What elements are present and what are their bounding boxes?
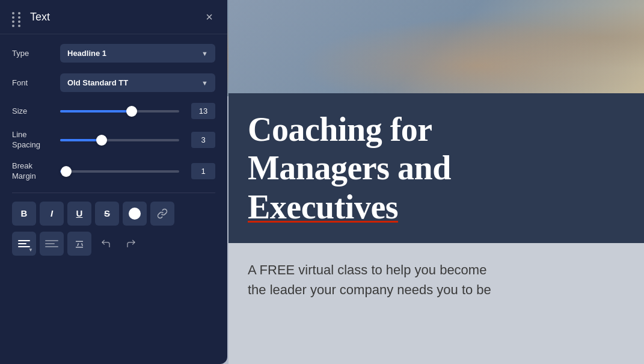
break-margin-label: BreakMargin	[12, 161, 54, 182]
type-value: Headline 1	[67, 49, 106, 58]
italic-button[interactable]: I	[40, 202, 64, 226]
line-spacing-slider-container	[60, 139, 179, 141]
bold-button[interactable]: B	[12, 202, 36, 226]
clear-format-button[interactable]	[67, 232, 91, 256]
redo-icon	[126, 238, 136, 249]
svg-line-3	[82, 243, 83, 246]
headline-underline: Executives	[248, 188, 398, 226]
break-margin-thumb[interactable]	[61, 166, 72, 177]
size-row: Size 13	[12, 103, 215, 119]
panel-body: Type Headline 1 ▼ Font Old Standard TT ▼…	[0, 34, 227, 265]
size-value-input[interactable]: 13	[191, 103, 215, 119]
content-panel: Coaching for Managers andExecutives A FR…	[228, 0, 644, 364]
undo-icon	[100, 238, 111, 249]
subtext-area: A FREE virtual class to help you become …	[228, 243, 644, 364]
link-icon	[157, 208, 168, 219]
size-label: Size	[12, 106, 54, 116]
font-label: Font	[12, 78, 54, 87]
list-icon	[45, 240, 58, 247]
photo-area	[228, 0, 644, 93]
font-row: Font Old Standard TT ▼	[12, 73, 215, 92]
type-row: Type Headline 1 ▼	[12, 44, 215, 63]
subtext: A FREE virtual class to help you become …	[248, 260, 625, 300]
size-slider-track[interactable]	[60, 110, 179, 113]
headline-text: Coaching for Managers andExecutives	[248, 110, 625, 226]
color-circle-icon	[129, 208, 141, 220]
size-slider-container	[60, 110, 179, 113]
line-spacing-thumb[interactable]	[96, 135, 107, 146]
list-button[interactable]	[40, 232, 64, 256]
font-dropdown-arrow: ▼	[201, 79, 208, 87]
align-dropdown-arrow: ▼	[28, 247, 33, 253]
panel-header-left: Text	[12, 11, 50, 23]
link-button[interactable]	[150, 202, 174, 226]
clear-format-icon	[74, 238, 85, 249]
redo-button[interactable]	[120, 232, 142, 256]
font-dropdown[interactable]: Old Standard TT ▼	[60, 73, 215, 92]
break-margin-value-input[interactable]: 1	[191, 163, 215, 179]
strikethrough-button[interactable]: S	[95, 202, 119, 226]
panel-header: Text ×	[0, 0, 227, 34]
headline-box: Coaching for Managers andExecutives	[228, 93, 644, 243]
panel-title: Text	[30, 11, 50, 23]
type-label: Type	[12, 49, 54, 58]
type-dropdown-arrow: ▼	[201, 50, 208, 57]
align-icon	[18, 240, 30, 247]
break-margin-row: BreakMargin 1	[12, 161, 215, 182]
underline-button[interactable]: U	[67, 202, 91, 226]
align-button[interactable]: ▼	[12, 232, 36, 256]
undo-button[interactable]	[95, 232, 117, 256]
break-margin-slider-track[interactable]	[60, 170, 179, 173]
line-spacing-value-input[interactable]: 3	[191, 132, 215, 148]
line-spacing-fill	[60, 139, 102, 141]
color-button[interactable]	[123, 202, 147, 226]
close-button[interactable]: ×	[203, 8, 215, 25]
formatting-toolbar-2: ▼	[12, 232, 215, 256]
subtext-line2: the leader your company needs you to be	[248, 282, 491, 297]
size-slider-thumb[interactable]	[126, 106, 137, 117]
svg-line-1	[78, 243, 79, 246]
divider-1	[12, 193, 215, 193]
drag-icon[interactable]	[12, 12, 22, 22]
text-panel: Text × Type Headline 1 ▼ Font Old Standa…	[0, 0, 227, 364]
font-value: Old Standard TT	[67, 78, 128, 87]
strikethrough-icon: S	[104, 208, 110, 218]
subtext-line1: A FREE virtual class to help you become	[248, 262, 486, 277]
formatting-toolbar: B I U S	[12, 202, 215, 226]
size-slider-fill	[60, 110, 132, 113]
break-margin-slider-container	[60, 170, 179, 173]
line-spacing-row: LineSpacing 3	[12, 130, 215, 150]
line-spacing-slider-track[interactable]	[60, 139, 179, 141]
line-spacing-label: LineSpacing	[12, 130, 54, 150]
type-dropdown[interactable]: Headline 1 ▼	[60, 44, 215, 63]
